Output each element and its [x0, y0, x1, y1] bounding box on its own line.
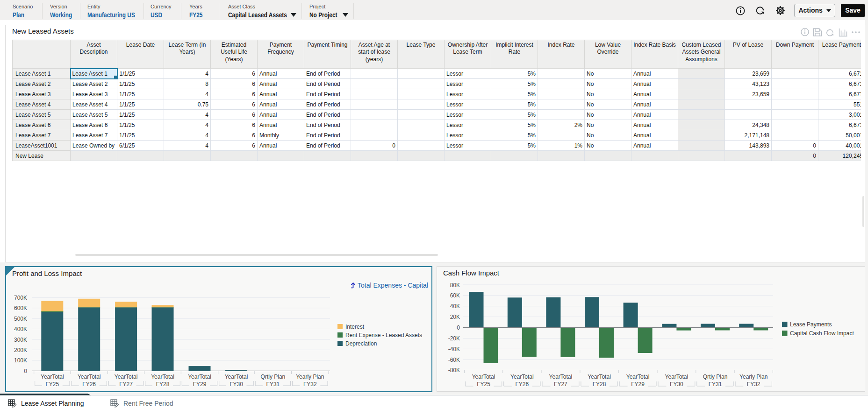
svg-text:FY28: FY28 [593, 381, 606, 388]
svg-text:0: 0 [24, 368, 27, 374]
svg-text:YearTotal: YearTotal [151, 374, 174, 380]
svg-text:FY26: FY26 [82, 381, 96, 388]
svg-text:YearTotal: YearTotal [510, 374, 534, 380]
svg-text:80K: 80K [450, 282, 460, 289]
svg-text:Yearly Plan: Yearly Plan [739, 374, 768, 380]
svg-text:40K: 40K [450, 303, 460, 310]
svg-text:YearTotal: YearTotal [665, 374, 689, 380]
svg-text:FY31: FY31 [709, 381, 722, 388]
svg-text:FY29: FY29 [193, 381, 207, 388]
svg-text:Capital Cash Flow Impact: Capital Cash Flow Impact [790, 330, 854, 337]
svg-text:YearTotal: YearTotal [188, 374, 211, 380]
svg-text:FY26: FY26 [515, 381, 529, 388]
svg-text:YearTotal: YearTotal [588, 374, 611, 380]
svg-text:300K: 300K [14, 337, 27, 343]
svg-text:FY29: FY29 [631, 381, 645, 388]
svg-text:YearTotal: YearTotal [41, 374, 64, 380]
svg-text:700K: 700K [14, 295, 27, 301]
svg-text:FY25: FY25 [477, 381, 490, 388]
svg-text:-80K: -80K [448, 367, 460, 374]
svg-text:-20K: -20K [448, 335, 460, 342]
svg-text:200K: 200K [14, 347, 27, 353]
svg-text:100K: 100K [14, 357, 27, 364]
svg-text:60K: 60K [450, 292, 460, 299]
svg-text:Qrtly Plan: Qrtly Plan [261, 374, 286, 380]
svg-text:-60K: -60K [448, 357, 460, 363]
svg-text:500K: 500K [14, 316, 27, 322]
svg-text:FY32: FY32 [747, 381, 760, 388]
svg-text:YearTotal: YearTotal [472, 374, 495, 380]
svg-text:400K: 400K [14, 326, 27, 332]
svg-text:Interest: Interest [345, 324, 365, 330]
svg-text:FY25: FY25 [45, 381, 59, 388]
svg-text:YearTotal: YearTotal [115, 374, 138, 380]
svg-text:Rent Expense - Leased Assets: Rent Expense - Leased Assets [345, 332, 422, 338]
svg-text:YearTotal: YearTotal [78, 374, 101, 380]
svg-text:YearTotal: YearTotal [549, 374, 573, 380]
svg-text:YearTotal: YearTotal [626, 374, 650, 380]
svg-text:20K: 20K [450, 314, 460, 320]
svg-text:FY32: FY32 [303, 381, 317, 388]
svg-text:Yearly Plan: Yearly Plan [296, 374, 324, 380]
svg-text:YearTotal: YearTotal [225, 374, 248, 380]
svg-text:0: 0 [457, 324, 460, 331]
svg-text:FY31: FY31 [266, 381, 280, 388]
svg-text:FY27: FY27 [554, 381, 567, 388]
svg-text:Qrtly Plan: Qrtly Plan [703, 374, 728, 380]
svg-text:FY30: FY30 [230, 381, 243, 388]
svg-text:FY27: FY27 [119, 381, 133, 388]
svg-text:-40K: -40K [448, 346, 460, 353]
svg-text:FY28: FY28 [156, 381, 170, 388]
svg-text:Depreciation: Depreciation [345, 340, 377, 347]
svg-text:Lease Payments: Lease Payments [790, 321, 832, 328]
svg-text:600K: 600K [14, 305, 27, 311]
svg-text:FY30: FY30 [670, 381, 683, 388]
